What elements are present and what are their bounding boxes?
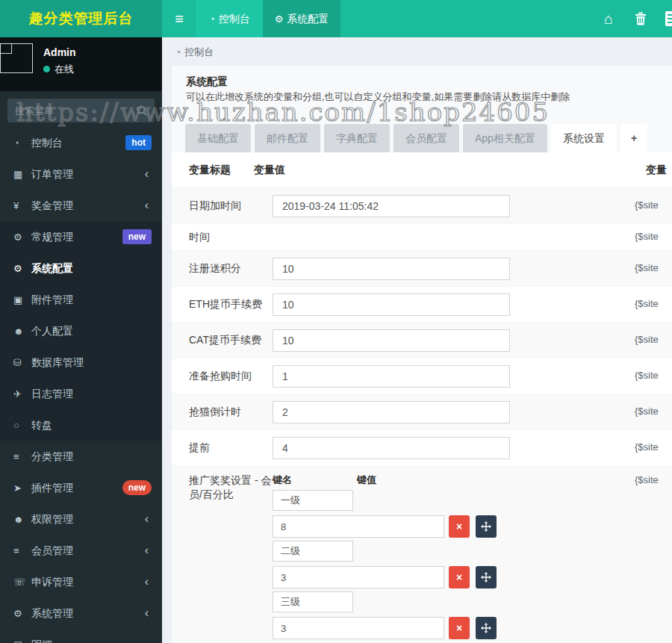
sidebar-item-logs[interactable]: ✈日志管理 — [0, 378, 162, 409]
dashboard-icon: ◔ — [209, 13, 215, 25]
sidebar-item-members[interactable]: ≡会员管理 ‹ — [0, 535, 162, 566]
rocket-icon: ➤ — [13, 473, 31, 504]
kv-value-input-level1[interactable] — [273, 515, 444, 538]
gears-icon: ⚙ — [13, 222, 31, 253]
move-pair-button[interactable] — [476, 566, 497, 588]
sidebar-item-system-manage[interactable]: ⚙系统管理 ‹ — [0, 597, 162, 629]
add-tab-button[interactable]: + — [620, 124, 647, 152]
register-points-input[interactable] — [273, 258, 510, 280]
table-header-row: 变量标题 变量值 变量 — [172, 152, 672, 188]
tab-system-settings[interactable]: 系统设置 — [551, 124, 617, 152]
tab-app-config[interactable]: App相关配置 — [463, 124, 547, 152]
sidebar-item-bonus[interactable]: ¥奖金管理 ‹ — [0, 190, 162, 221]
image-icon: ▣ — [13, 285, 31, 316]
col-header-value: 变量值 — [254, 164, 285, 177]
database-icon: ⛁ — [13, 347, 31, 379]
config-tabs: 基础配置邮件配置字典配置会员配置App相关配置系统设置+ — [185, 124, 651, 152]
kv-key-input-level3[interactable] — [273, 591, 353, 612]
table-row: 日期加时间 {$site — [172, 188, 672, 224]
sidebar-item-plugins[interactable]: ➤插件管理 new — [0, 472, 162, 503]
tab-basic-config[interactable]: 基础配置 — [185, 124, 251, 152]
document-icon — [661, 11, 672, 26]
tab-member-config[interactable]: 会员配置 — [393, 124, 459, 152]
hot-badge: hot — [125, 135, 152, 150]
trash-button[interactable] — [627, 0, 654, 37]
datetime-input[interactable] — [273, 195, 510, 217]
yen-icon: ¥ — [13, 190, 31, 222]
kv-value-input-level2[interactable] — [273, 566, 444, 588]
home-button[interactable]: ⌂ — [595, 0, 622, 37]
main-content: ◔控制台 系统配置 可以在此增改系统的变量和分组,也可以自定义分组和变量,如果需… — [162, 37, 672, 643]
sidebar-item-wheel[interactable]: ○转盘 — [0, 409, 162, 441]
new-badge: new — [122, 229, 152, 244]
gear-icon: ⚙ — [13, 253, 31, 285]
delete-pair-button[interactable]: × — [449, 617, 470, 639]
sidebar-item-permissions[interactable]: ☻权限管理 ‹ — [0, 503, 162, 535]
col-header-var: 变量 — [646, 164, 667, 177]
brand-logo[interactable]: 趣分类管理后台 — [0, 0, 162, 37]
search-icon[interactable] — [137, 105, 147, 116]
sidebar-item-general[interactable]: ⚙常规管理 new — [0, 221, 162, 252]
chevron-left-icon: ‹ — [145, 190, 149, 221]
move-pair-button[interactable] — [476, 617, 497, 639]
move-pair-button[interactable] — [476, 515, 497, 538]
page-description: 可以在此增改系统的变量和分组,也可以自定义分组和变量,如果需要删除请从数据库中删… — [186, 90, 570, 104]
prepare-time-input[interactable] — [273, 365, 510, 388]
gear-icon: ⚙ — [13, 598, 31, 630]
chevron-left-icon: ‹ — [145, 158, 149, 190]
close-icon: × — [456, 622, 462, 634]
countdown-input[interactable] — [273, 401, 510, 423]
move-arrows-icon — [481, 521, 491, 532]
paper-plane-icon: ✈ — [13, 379, 31, 410]
cat-fee-input[interactable] — [273, 329, 510, 352]
avatar — [0, 43, 33, 73]
close-icon: × — [456, 521, 462, 532]
move-arrows-icon — [481, 572, 491, 583]
chevron-left-icon: ‹ — [145, 535, 149, 566]
table-row: CAT提币手续费 {$site — [172, 323, 672, 358]
sidebar-toggle-button[interactable]: ≡ — [162, 0, 196, 37]
phone-icon: ☏ — [13, 567, 31, 598]
user-name: Admin — [43, 46, 76, 58]
sidebar-item-attachments[interactable]: ▣附件管理 — [0, 284, 162, 315]
topnav-console[interactable]: ◔控制台 — [196, 0, 263, 37]
menu-search-input[interactable] — [15, 105, 137, 117]
sidebar-item-details[interactable]: ▤明细 — [0, 629, 162, 643]
list-icon: ≡ — [13, 441, 31, 473]
eth-fee-input[interactable] — [273, 293, 510, 316]
sidebar-item-orders[interactable]: ▦订单管理 ‹ — [0, 158, 162, 190]
orders-icon: ▦ — [13, 159, 31, 190]
sidebar-item-profile-config[interactable]: ☻个人配置 — [0, 315, 162, 347]
logout-button[interactable] — [659, 0, 672, 37]
dashboard-icon: ◔ — [13, 128, 31, 159]
chevron-left-icon: ‹ — [145, 597, 149, 629]
kv-value-input-level3[interactable] — [273, 617, 444, 639]
delete-pair-button[interactable]: × — [449, 566, 470, 588]
tab-mail-config[interactable]: 邮件配置 — [255, 124, 320, 152]
sidebar-item-system-config[interactable]: ⚙系统配置 — [0, 252, 162, 284]
sidebar-item-database[interactable]: ⛁数据库管理 — [0, 347, 162, 378]
hamburger-icon: ≡ — [175, 10, 184, 27]
advance-input[interactable] — [273, 437, 510, 459]
table-row: 准备抢购时间 {$site — [172, 358, 672, 394]
breadcrumb[interactable]: ◔控制台 — [175, 46, 214, 59]
sidebar-search — [7, 99, 155, 122]
sidebar-item-appeals[interactable]: ☏申诉管理 ‹ — [0, 566, 162, 597]
topbar: 趣分类管理后台 ≡ ◔控制台 ⚙系统配置 ⌂ — [0, 0, 672, 37]
kv-key-input-level1[interactable] — [273, 490, 353, 511]
dashboard-icon: ◔ — [175, 47, 181, 58]
kv-value-header: 键值 — [357, 473, 376, 487]
online-dot-icon — [43, 66, 50, 72]
table-row: 抢猫倒计时 {$site — [172, 394, 672, 430]
sidebar-item-categories[interactable]: ≡分类管理 — [0, 441, 162, 472]
sidebar: Admin 在线 ◔控制台 hot ▦订单管理 ‹ ¥奖金管理 ‹ — [0, 37, 162, 643]
kv-key-input-level2[interactable] — [273, 541, 353, 562]
gear-icon: ⚙ — [275, 13, 284, 25]
sidebar-item-console[interactable]: ◔控制台 hot — [0, 127, 162, 158]
topnav-system-config[interactable]: ⚙系统配置 — [263, 0, 340, 37]
col-header-title: 变量标题 — [189, 164, 231, 177]
chevron-left-icon: ‹ — [145, 503, 149, 535]
tab-dictionary-config[interactable]: 字典配置 — [324, 124, 390, 152]
file-icon: ▤ — [13, 630, 31, 643]
delete-pair-button[interactable]: × — [449, 515, 470, 538]
